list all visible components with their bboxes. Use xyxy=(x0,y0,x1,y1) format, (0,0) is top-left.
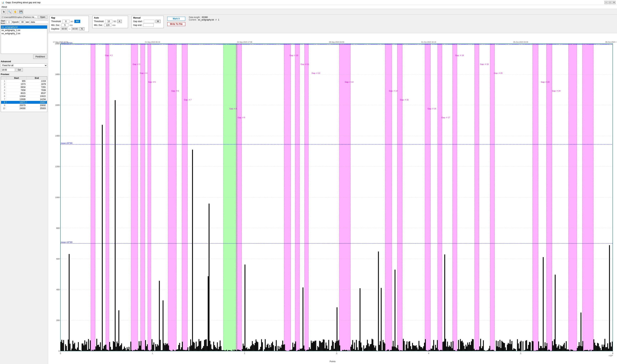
row-num: 5 xyxy=(1,92,6,95)
gap-start-label: Gap start: xyxy=(133,20,143,23)
open-button[interactable]: Open xyxy=(38,15,47,19)
row-start: 20079 xyxy=(6,104,27,107)
nap-daytime-to[interactable] xyxy=(71,27,79,30)
row-end: 25003 xyxy=(27,107,47,110)
gap-end-row: Gap end: xyxy=(133,24,162,27)
row-start: 24000 xyxy=(6,107,27,110)
menu-about[interactable]: About xyxy=(1,6,7,8)
row-num: 7 xyxy=(1,98,6,101)
table-row[interactable]: 10 24000 25003 xyxy=(1,107,47,110)
manual-m-button[interactable]: M xyxy=(156,20,160,23)
file-row: Open xyxy=(1,15,47,19)
set-button[interactable]: Set xyxy=(16,68,23,72)
nap-daytime-sep: -- xyxy=(69,28,70,30)
auto-mindur-row: Min. Dur.: min xyxy=(94,24,126,27)
table-row[interactable]: 7 13699 14294 xyxy=(1,98,47,101)
auto-a-button[interactable]: A xyxy=(117,20,122,23)
data-length-value: 63360 xyxy=(202,16,208,19)
gap-start-row: Gap start: M xyxy=(133,20,162,23)
advanced-dropdown[interactable]: Fixed for allVariable xyxy=(1,64,47,67)
epoch-value-input[interactable] xyxy=(20,20,25,24)
row-end: 1879 xyxy=(27,83,47,86)
data-length-label: Data length: xyxy=(189,16,200,19)
nap-section: Nap Threshold: a/u All Min. Dur.: min Da… xyxy=(50,16,89,32)
save-tool[interactable]: 💾 xyxy=(19,10,23,14)
pointer-tool[interactable]: 🖱 xyxy=(1,10,6,14)
nap-daytime-label: Daytime: xyxy=(51,28,60,30)
hash-value: 1 xyxy=(218,19,219,21)
table-row[interactable]: 3 6834 7281 xyxy=(1,86,47,89)
nap-mindur-row: Min. Dur.: min xyxy=(51,24,87,27)
maximize-button[interactable]: □ xyxy=(608,1,612,4)
gap-start-input[interactable] xyxy=(144,20,154,23)
dropdown-row: Fixed for allVariable xyxy=(1,64,47,67)
row-end: 20692 xyxy=(27,104,47,107)
row-start: 1573 xyxy=(6,83,27,86)
row-num: 1 xyxy=(1,80,6,83)
file-list-item[interactable]: ex_actigraphy_2.txt xyxy=(1,32,47,35)
auto-mindur-label: Min. Dur.: xyxy=(94,24,103,26)
file-path-input[interactable] xyxy=(1,15,38,19)
data-length-row: Data length: 63360 xyxy=(189,16,219,19)
row-num: 8 xyxy=(1,101,6,104)
nap-mindur-unit: min xyxy=(69,24,73,26)
table-row[interactable]: 1 955 1319 xyxy=(1,80,47,83)
main-chart[interactable] xyxy=(49,34,616,360)
nap-threshold-label: Threshold: xyxy=(51,20,61,23)
auto-threshold-input[interactable] xyxy=(105,20,112,23)
table-row[interactable]: 5 8015 8537 xyxy=(1,92,47,95)
row-num: 4 xyxy=(1,89,6,92)
file-list-item[interactable]: ex_actigraphy.txt xyxy=(1,26,47,29)
row-start: 6834 xyxy=(6,86,27,89)
table-row[interactable]: 9 20079 20692 xyxy=(1,104,47,107)
table-row[interactable]: 4 7658 7938 xyxy=(1,89,47,92)
col-num xyxy=(1,77,6,80)
minimize-button[interactable]: ─ xyxy=(604,1,608,4)
pan-tool[interactable]: ✋ xyxy=(13,10,17,14)
start-from-label: Start from: xyxy=(1,20,6,25)
current-label: Current: xyxy=(189,19,197,21)
table-row[interactable]: 6 12604 13022 xyxy=(1,95,47,98)
zoom-tool[interactable]: 🔍 xyxy=(7,10,12,14)
nap-mindur-input[interactable] xyxy=(61,24,68,27)
manual-section: Manual Gap start: M Gap end: xyxy=(131,16,164,28)
file-list-item[interactable]: ex_actigraphy_1.txt xyxy=(1,29,47,32)
auto-mindur-input[interactable] xyxy=(104,24,111,27)
nap-n-button[interactable]: N xyxy=(79,27,84,30)
col-end: End xyxy=(27,77,47,80)
current-value: ex_actigraphy.txt xyxy=(198,19,214,21)
toolbar: 🖱 🔍 ✋ 💾 xyxy=(0,9,617,15)
start-from-input[interactable] xyxy=(6,20,12,24)
row-end: 8537 xyxy=(27,92,47,95)
main-content: Open Start from: Epoch: sec Select ex_ac… xyxy=(0,15,617,364)
hash-label: # xyxy=(215,19,217,21)
gap-end-input[interactable] xyxy=(143,24,154,27)
plot-next-button[interactable]: Plot&Next xyxy=(33,54,47,59)
nap-mindur-label: Min. Dur.: xyxy=(51,24,60,26)
gap-end-label: Gap end: xyxy=(133,24,142,26)
top-controls: Nap Threshold: a/u All Min. Dur.: min Da… xyxy=(48,15,617,33)
mark-it-button[interactable]: Mark it xyxy=(167,17,185,21)
nap-daytime-row: Daytime: -- N xyxy=(51,27,87,30)
row-num: 2 xyxy=(1,83,6,86)
nap-threshold-input[interactable] xyxy=(62,20,69,23)
write-to-file-button[interactable]: Write To File xyxy=(167,22,185,26)
close-button[interactable]: ✕ xyxy=(612,1,616,4)
row-end: 7281 xyxy=(27,86,47,89)
preview-table: Start End 1 955 13192 1573 18793 6834 72… xyxy=(1,77,47,110)
table-row[interactable]: 2 1573 1879 xyxy=(1,83,47,86)
time-input[interactable] xyxy=(1,68,15,72)
epoch-unit-label: sec xyxy=(26,21,29,23)
row-start: 12604 xyxy=(6,95,27,98)
data-info: Data length: 63360 Current: ex_actigraph… xyxy=(189,16,219,21)
manual-title: Manual xyxy=(133,17,162,19)
row-start: 8015 xyxy=(6,92,27,95)
nap-all-button[interactable]: All xyxy=(74,20,80,23)
row-end: 20007 xyxy=(27,101,47,104)
table-row[interactable]: 8 18371 20007 xyxy=(1,101,47,104)
row-end: 7938 xyxy=(27,89,47,92)
title-bar: 📊 Gapp: Everything about gap and nap ─ □… xyxy=(0,0,617,5)
nap-daytime-from[interactable] xyxy=(61,27,68,30)
row-start: 18371 xyxy=(6,101,27,104)
preview-section: Preview: Start End 1 955 13192 1573 1879… xyxy=(1,73,47,363)
